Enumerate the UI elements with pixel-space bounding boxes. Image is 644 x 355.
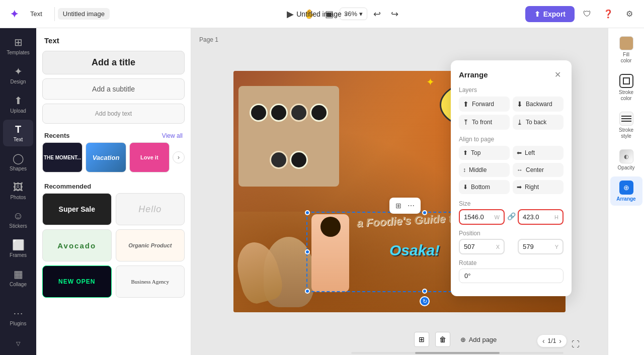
- lock-icon[interactable]: 🔗: [507, 209, 516, 223]
- templates-icon: ⊞: [14, 36, 23, 48]
- right-panel-stroke-color[interactable]: Strokecolor: [610, 70, 642, 106]
- context-position-btn[interactable]: ⊞: [393, 200, 404, 212]
- sidebar-item-text[interactable]: T Text: [3, 120, 33, 146]
- fullscreen-btn-area: ⛶: [572, 340, 580, 349]
- rec-new-open[interactable]: NEW OPEN: [42, 265, 112, 298]
- view-all-link[interactable]: View all: [162, 132, 183, 139]
- add-body-button[interactable]: Add body text: [42, 104, 185, 124]
- arrange-close-button[interactable]: ✕: [551, 68, 564, 80]
- right-panel-arrange[interactable]: ⊕ Arrange: [610, 176, 642, 206]
- file-title-center[interactable]: Untitled image ▾: [296, 10, 348, 18]
- shapes-icon: ◯: [13, 152, 24, 164]
- recent-item-3[interactable]: Love it: [129, 142, 170, 172]
- sidebar-item-collage[interactable]: ▦ Collage: [3, 264, 33, 291]
- recents-next-arrow[interactable]: ›: [173, 151, 185, 163]
- height-field[interactable]: H: [518, 209, 564, 225]
- text-icon: T: [15, 124, 21, 135]
- right-panel-stroke-style[interactable]: Strokestyle: [610, 108, 642, 143]
- add-title-button[interactable]: Add a title: [42, 51, 185, 74]
- context-more-btn[interactable]: ⋯: [406, 200, 417, 212]
- align-top-button[interactable]: ⬆ Top: [459, 146, 510, 160]
- sidebar-item-design[interactable]: ✦ Design: [3, 61, 33, 88]
- add-page-button[interactable]: ⊕ Add page: [456, 334, 501, 345]
- left-sidebar: ⊞ Templates ✦ Design ⬆ Upload T Text ◯ S…: [0, 28, 36, 355]
- text-panel: Text Add a title Add a subtitle Add body…: [36, 28, 191, 355]
- recent-item-2[interactable]: Vacation: [86, 142, 126, 172]
- sidebar-item-photos[interactable]: 🖼 Photos: [3, 178, 33, 204]
- y-input[interactable]: [523, 243, 553, 250]
- undo-button[interactable]: ↩: [369, 6, 385, 23]
- page-next-btn[interactable]: ›: [559, 337, 561, 345]
- right-panel-fill-color[interactable]: Fillcolor: [610, 32, 642, 68]
- panel-title: Text: [36, 28, 191, 49]
- rec-organic[interactable]: Organic Product: [116, 229, 185, 261]
- canvas-area[interactable]: Page 1: [191, 28, 608, 355]
- sidebar-item-templates[interactable]: ⊞ Templates: [3, 32, 33, 59]
- x-field[interactable]: X: [459, 239, 505, 254]
- sidebar-item-upload[interactable]: ⬆ Upload: [3, 91, 33, 118]
- rec-hello[interactable]: Hello: [116, 193, 185, 225]
- sidebar-item-shapes[interactable]: ◯ Shapes: [3, 148, 33, 175]
- redo-button[interactable]: ↪: [387, 6, 403, 23]
- stroke-color-label: Strokecolor: [619, 90, 633, 102]
- sidebar-item-frames[interactable]: ⬜ Frames: [3, 235, 33, 262]
- to-back-button[interactable]: ⤓ To back: [513, 115, 564, 130]
- handle-tm[interactable]: [422, 210, 427, 215]
- backward-button[interactable]: ⬇ Backward: [513, 97, 564, 112]
- width-input[interactable]: [464, 213, 493, 221]
- app-logo[interactable]: ✦: [6, 6, 22, 22]
- opacity-label: Opacity: [618, 165, 635, 170]
- to-front-button[interactable]: ⤒ To front: [459, 115, 510, 130]
- sidebar-item-stickers[interactable]: ☺ Stickers: [3, 206, 33, 233]
- height-input[interactable]: [523, 213, 552, 221]
- align-right-button[interactable]: ➡ Right: [513, 180, 564, 194]
- topbar-center: Untitled image: [54, 7, 110, 21]
- recent-item-1[interactable]: THE MOMENT...: [42, 142, 83, 172]
- handle-bl[interactable]: [305, 289, 310, 294]
- add-subtitle-button[interactable]: Add a subtitle: [42, 78, 185, 100]
- help-button[interactable]: ❓: [600, 6, 617, 23]
- x-unit: X: [496, 244, 500, 250]
- rec-business[interactable]: Business Agency: [116, 265, 185, 298]
- settings-button[interactable]: ⚙: [621, 6, 638, 23]
- sidebar-item-label-text: Text: [14, 137, 23, 142]
- delete-page-btn[interactable]: 🗑: [435, 332, 450, 347]
- sidebar-item-plugins[interactable]: ⋯ Plugins: [3, 303, 33, 330]
- sidebar-item-label-photos: Photos: [10, 195, 26, 200]
- zoom-chevron: ▾: [359, 10, 363, 18]
- page-prev-btn[interactable]: ‹: [542, 337, 545, 345]
- position-label: Position: [459, 230, 564, 237]
- width-field[interactable]: W: [459, 209, 505, 225]
- pointer-tool[interactable]: ▶: [283, 6, 298, 23]
- to-front-icon: ⤒: [463, 118, 469, 126]
- topbar-right: ⬆ Export 🛡 ❓ ⚙: [525, 6, 638, 23]
- add-page-icon-btn[interactable]: ⊞: [414, 332, 429, 347]
- export-button[interactable]: ⬆ Export: [525, 6, 575, 22]
- rotate-input[interactable]: [464, 272, 558, 280]
- forward-button[interactable]: ⬆ Forward: [459, 97, 510, 112]
- right-panel-opacity[interactable]: ◐ Opacity: [610, 145, 642, 174]
- align-bottom-label: Bottom: [471, 184, 490, 191]
- align-middle-button[interactable]: ↕ Middle: [459, 163, 510, 177]
- horizontal-scrollbar[interactable]: [347, 351, 568, 355]
- stroke-style-preview: [619, 112, 633, 126]
- arrange-header: Arrange ✕: [459, 68, 564, 80]
- file-title-area[interactable]: Untitled image: [58, 8, 110, 20]
- fullscreen-btn[interactable]: ⛶: [572, 340, 580, 349]
- handle-tl[interactable]: [305, 210, 310, 215]
- y-field[interactable]: Y: [518, 239, 564, 254]
- handle-bm[interactable]: [422, 289, 427, 294]
- shield-button[interactable]: 🛡: [579, 6, 596, 23]
- rec-super-sale[interactable]: Super Sale: [42, 193, 112, 225]
- align-center-button[interactable]: ↔ Center: [513, 163, 564, 177]
- handle-ml[interactable]: [305, 249, 310, 254]
- align-left-button[interactable]: ⬅ Left: [513, 146, 564, 160]
- x-input[interactable]: [464, 243, 494, 250]
- align-bottom-button[interactable]: ⬇ Bottom: [459, 180, 510, 194]
- rotate-field[interactable]: [459, 269, 564, 283]
- arrange-icon: ⊕: [619, 181, 633, 195]
- rec-avocado[interactable]: Avocado: [42, 229, 112, 261]
- rotate-handle[interactable]: ↻: [420, 296, 430, 306]
- stroke-style-label: Strokestyle: [619, 127, 633, 139]
- sidebar-expand-btn[interactable]: ▽: [3, 336, 33, 351]
